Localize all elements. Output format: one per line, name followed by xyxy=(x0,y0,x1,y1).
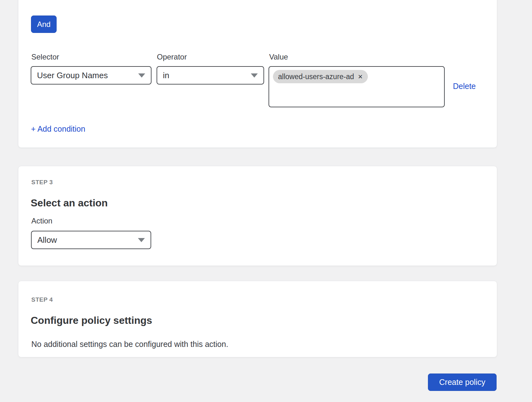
selector-label: Selector xyxy=(31,53,59,61)
selector-dropdown-value: User Group Names xyxy=(37,71,134,80)
operator-dropdown[interactable]: in xyxy=(157,66,264,85)
operator-dropdown-value: in xyxy=(163,71,247,80)
create-policy-button[interactable]: Create policy xyxy=(428,374,497,391)
step4-title: Configure policy settings xyxy=(31,314,152,326)
create-policy-label: Create policy xyxy=(439,378,486,387)
value-multiselect-input[interactable]: allowed-users-azure-ad ✕ xyxy=(269,66,445,107)
value-tag: allowed-users-azure-ad ✕ xyxy=(273,70,368,83)
and-connector-label: And xyxy=(37,20,51,29)
step4-body-text: No additional settings can be configured… xyxy=(31,339,228,349)
chevron-down-icon xyxy=(251,73,258,78)
step4-card: STEP 4 Configure policy settings No addi… xyxy=(18,281,497,357)
step3-step-label: STEP 3 xyxy=(31,179,53,186)
value-tag-text: allowed-users-azure-ad xyxy=(278,72,354,81)
remove-tag-icon[interactable]: ✕ xyxy=(358,74,363,80)
and-connector-button[interactable]: And xyxy=(31,16,57,33)
chevron-down-icon xyxy=(138,238,145,242)
step3-card: STEP 3 Select an action Action Allow xyxy=(18,166,497,266)
policy-builder-page: And Selector Operator Value User Group N… xyxy=(0,0,532,402)
delete-condition-link[interactable]: Delete xyxy=(453,82,476,91)
operator-label: Operator xyxy=(157,53,187,61)
chevron-down-icon xyxy=(138,73,145,78)
add-condition-link[interactable]: + Add condition xyxy=(31,124,85,134)
action-label: Action xyxy=(31,217,53,225)
condition-card: And Selector Operator Value User Group N… xyxy=(18,0,497,148)
value-label: Value xyxy=(269,53,288,61)
step3-title: Select an action xyxy=(31,197,108,209)
selector-dropdown[interactable]: User Group Names xyxy=(31,66,152,85)
action-dropdown[interactable]: Allow xyxy=(31,231,151,249)
action-dropdown-value: Allow xyxy=(37,235,134,245)
step4-step-label: STEP 4 xyxy=(31,296,53,303)
